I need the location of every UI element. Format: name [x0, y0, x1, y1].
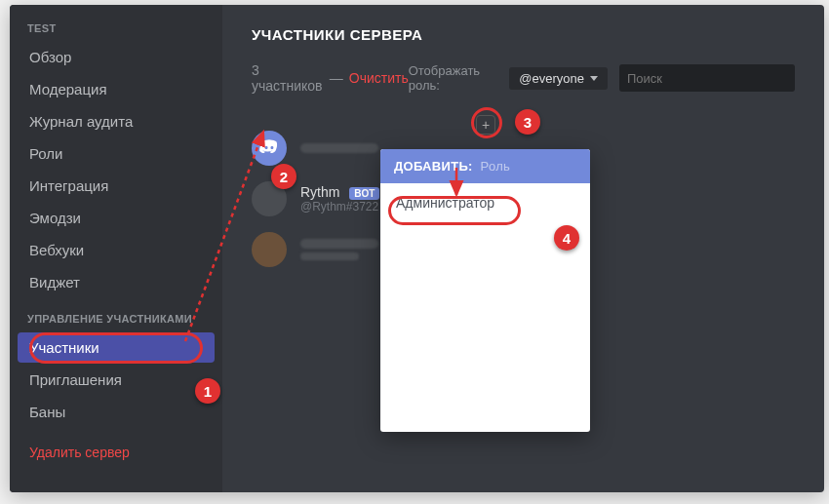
delete-server-link[interactable]: Удалить сервер [18, 435, 215, 470]
bot-badge: BOT [349, 187, 379, 200]
sidebar-item-roles[interactable]: Роли [18, 138, 215, 169]
sidebar-item-members[interactable]: Участники [18, 332, 215, 363]
settings-sidebar: TEST Обзор Модерация Журнал аудита Роли … [10, 5, 222, 492]
member-tag: @Rythm#3722 [300, 200, 379, 213]
blurred-tag [300, 252, 359, 260]
clear-filter-link[interactable]: Очистить [349, 70, 409, 86]
member-name: Rythm [300, 184, 339, 200]
callout-1: 1 [195, 378, 220, 404]
callout-4: 4 [554, 225, 579, 251]
app-frame: TEST Обзор Модерация Журнал аудита Роли … [10, 5, 824, 492]
discord-icon [258, 137, 280, 159]
callout-3: 3 [515, 109, 540, 135]
popover-header: ДОБАВИТЬ: Роль [380, 149, 590, 183]
sidebar-item-overview[interactable]: Обзор [18, 42, 215, 72]
show-role-label: Отображать роль: [409, 63, 502, 93]
sidebar-item-bans[interactable]: Баны [18, 397, 215, 427]
sidebar-item-moderation[interactable]: Модерация [18, 74, 215, 104]
dash: — [324, 70, 349, 86]
add-role-button[interactable]: + [476, 115, 495, 135]
avatar [252, 232, 287, 267]
sidebar-item-webhooks[interactable]: Вебхуки [18, 235, 215, 265]
sidebar-item-integration[interactable]: Интеграция [18, 171, 215, 201]
callout-2: 2 [271, 164, 296, 189]
popover-head-hint: Роль [481, 159, 511, 174]
sidebar-item-emoji[interactable]: Эмодзи [18, 203, 215, 233]
add-role-popover: ДОБАВИТЬ: Роль Администратор [380, 149, 590, 432]
member-text: Rythm BOT @Rythm#3722 [300, 184, 379, 213]
page-title: УЧАСТНИКИ СЕРВЕРА [252, 26, 795, 43]
member-count: 3 участников [252, 62, 324, 94]
chevron-down-icon [590, 76, 598, 81]
avatar [252, 131, 287, 166]
sidebar-item-audit-log[interactable]: Журнал аудита [18, 106, 215, 136]
blurred-name [300, 143, 378, 153]
members-toolbar: 3 участников — Очистить Отображать роль:… [252, 62, 795, 94]
role-filter-value: @everyone [519, 71, 584, 86]
sidebar-item-widget[interactable]: Виджет [18, 267, 215, 297]
member-text [300, 143, 378, 153]
sidebar-section-members-mgmt: УПРАВЛЕНИЕ УЧАСТНИКАМИ [18, 299, 215, 332]
role-filter-dropdown[interactable]: @everyone [509, 67, 608, 90]
popover-head-label: ДОБАВИТЬ: [394, 159, 473, 174]
popover-role-option[interactable]: Администратор [380, 183, 590, 222]
sidebar-section-test: TEST [18, 22, 215, 42]
search-input[interactable] [627, 71, 791, 86]
blurred-name [300, 239, 378, 249]
sidebar-item-invites[interactable]: Приглашения [18, 365, 215, 395]
search-box[interactable] [619, 64, 795, 92]
member-text [300, 239, 378, 260]
